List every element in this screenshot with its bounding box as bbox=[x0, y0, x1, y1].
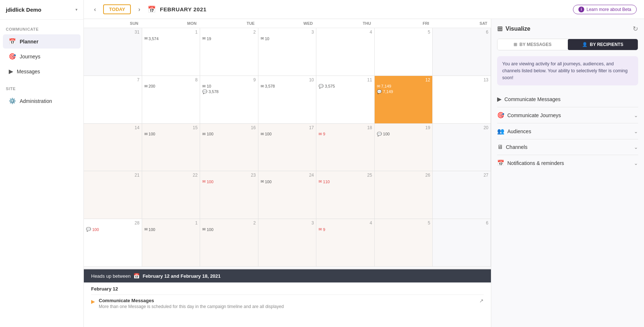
event-icon: ✉ bbox=[261, 84, 264, 89]
section-row[interactable]: 🖥 Channels ⌄ bbox=[497, 144, 638, 150]
cal-cell-2-6[interactable]: 20 bbox=[433, 124, 491, 171]
calendar-weeks: 311✉3,5742✉193✉1045678✉2009✉10💬3,57810✉3… bbox=[84, 28, 491, 267]
cal-cell-0-0[interactable]: 31 bbox=[84, 28, 142, 76]
cell-number: 14 bbox=[86, 125, 140, 130]
cal-cell-1-1[interactable]: 8✉200 bbox=[142, 76, 200, 123]
cal-cell-4-3[interactable]: 3 bbox=[258, 219, 317, 266]
cal-cell-2-2[interactable]: 16✉100 bbox=[200, 124, 258, 171]
cal-event: ✉10 bbox=[261, 36, 314, 41]
day-name-sun: SUN bbox=[84, 19, 142, 28]
cal-cell-4-6[interactable]: 6 bbox=[433, 219, 491, 266]
event-icon: ✉ bbox=[202, 227, 206, 232]
cal-cell-1-0[interactable]: 7 bbox=[84, 76, 142, 123]
cal-event: ✉100 bbox=[202, 179, 256, 184]
right-panel-section-communicate-journeys[interactable]: 🎯 Communicate Journeys ⌄ bbox=[497, 107, 638, 123]
cal-event: ✉10 bbox=[202, 84, 256, 89]
messages-toggle-icon: ⊞ bbox=[514, 42, 517, 47]
sidebar-item-administration[interactable]: ⚙️ Administration bbox=[3, 94, 81, 108]
sidebar-item-planner[interactable]: 📅 Planner bbox=[3, 34, 81, 49]
cal-cell-3-2[interactable]: 23✉100 bbox=[200, 171, 258, 219]
calendar-icon: 📅 bbox=[148, 5, 156, 14]
cell-number: 20 bbox=[435, 125, 488, 130]
cal-cell-3-3[interactable]: 24✉100 bbox=[258, 171, 317, 219]
beta-badge-button[interactable]: i Learn more about Beta bbox=[573, 5, 637, 14]
cell-number: 5 bbox=[377, 220, 430, 226]
sidebar-section-label: SITE bbox=[0, 79, 83, 93]
section-row[interactable]: 📅 Notifications & reminders ⌄ bbox=[497, 159, 638, 166]
cal-event: ✉3,574 bbox=[144, 36, 198, 41]
audiences-icon: 👥 bbox=[497, 128, 504, 135]
channels-icon: 🖥 bbox=[497, 144, 503, 150]
cal-cell-1-3[interactable]: 10✉3,578 bbox=[258, 76, 317, 123]
cal-cell-3-5[interactable]: 26 bbox=[375, 171, 433, 219]
cal-cell-4-2[interactable]: 2✉100 bbox=[200, 219, 258, 266]
right-panel-sections: ▶ Communicate Messages 🎯 Communicate Jou… bbox=[497, 91, 638, 171]
event-icon: ✉ bbox=[144, 132, 148, 136]
cal-cell-0-2[interactable]: 2✉19 bbox=[200, 28, 258, 76]
cell-number: 3 bbox=[261, 30, 314, 35]
cal-cell-0-5[interactable]: 5 bbox=[375, 28, 433, 76]
right-panel-section-communicate-messages[interactable]: ▶ Communicate Messages bbox=[497, 91, 638, 107]
cal-event: ✉100 bbox=[202, 227, 256, 232]
right-panel-section-channels[interactable]: 🖥 Channels ⌄ bbox=[497, 139, 638, 155]
chevron-down-icon: ⌄ bbox=[634, 112, 638, 118]
cal-cell-1-4[interactable]: 11💬3,575 bbox=[316, 76, 375, 123]
cal-cell-3-1[interactable]: 22 bbox=[142, 171, 200, 219]
cal-cell-4-0[interactable]: 28💬100 bbox=[84, 219, 142, 266]
section-row[interactable]: ▶ Communicate Messages bbox=[497, 96, 638, 103]
section-row[interactable]: 🎯 Communicate Journeys ⌄ bbox=[497, 112, 638, 119]
cal-cell-2-3[interactable]: 17✉100 bbox=[258, 124, 317, 171]
sidebar-sections: COMMUNICATE 📅 Planner 🎯 Journeys ▶ Messa… bbox=[0, 20, 83, 109]
cal-cell-1-6[interactable]: 13 bbox=[433, 76, 491, 123]
next-month-button[interactable]: › bbox=[135, 5, 143, 14]
cal-event: ✉9 bbox=[319, 227, 372, 232]
event-icon: 💬 bbox=[319, 84, 324, 89]
sidebar-item-messages[interactable]: ▶ Messages bbox=[3, 64, 81, 78]
by-recipients-button[interactable]: 👤 BY RECIPIENTS bbox=[568, 39, 638, 50]
cal-cell-3-4[interactable]: 25✉110 bbox=[316, 171, 375, 219]
calendar-grid: SUNMONTUEWEDTHUFRISAT 311✉3,5742✉193✉104… bbox=[84, 19, 491, 269]
heads-up-bar: Heads up between 📅 February 12 and Febru… bbox=[84, 269, 491, 282]
cal-cell-4-1[interactable]: 1✉100 bbox=[142, 219, 200, 266]
cal-cell-1-2[interactable]: 9✉10💬3,578 bbox=[200, 76, 258, 123]
cal-cell-4-4[interactable]: 4✉9 bbox=[316, 219, 375, 266]
cal-cell-0-4[interactable]: 4 bbox=[316, 28, 375, 76]
right-panel-section-notifications[interactable]: 📅 Notifications & reminders ⌄ bbox=[497, 155, 638, 171]
cal-cell-0-6[interactable]: 6 bbox=[433, 28, 491, 76]
sidebar-item-journeys[interactable]: 🎯 Journeys bbox=[3, 49, 81, 64]
content-area: SUNMONTUEWEDTHUFRISAT 311✉3,5742✉193✉104… bbox=[84, 19, 644, 327]
cell-number: 13 bbox=[435, 77, 488, 82]
cal-cell-2-1[interactable]: 15✉100 bbox=[142, 124, 200, 171]
cal-cell-3-6[interactable]: 27 bbox=[433, 171, 491, 219]
cal-cell-2-4[interactable]: 18✉9 bbox=[316, 124, 375, 171]
section-label: Communicate Journeys bbox=[507, 112, 631, 118]
cal-cell-2-5[interactable]: 19💬100 bbox=[375, 124, 433, 171]
today-button[interactable]: TODAY bbox=[103, 4, 131, 14]
by-messages-button[interactable]: ⊞ BY MESSAGES bbox=[497, 39, 568, 50]
external-link-icon[interactable]: ↗ bbox=[479, 298, 484, 304]
prev-month-button[interactable]: ‹ bbox=[91, 5, 99, 14]
sidebar-brand[interactable]: jdidlick Demo ▾ bbox=[0, 0, 83, 20]
cal-cell-0-3[interactable]: 3✉10 bbox=[258, 28, 317, 76]
event-icon: ✉ bbox=[261, 179, 264, 184]
cal-cell-2-0[interactable]: 14 bbox=[84, 124, 142, 171]
cal-event: ✉3,578 bbox=[261, 84, 314, 89]
heads-up-item: ▶ Communicate Messages More than one Mes… bbox=[91, 295, 484, 312]
refresh-button[interactable]: ↻ bbox=[633, 25, 638, 33]
cell-number: 18 bbox=[319, 125, 372, 130]
cell-number: 16 bbox=[202, 125, 256, 130]
cal-cell-3-0[interactable]: 21 bbox=[84, 171, 142, 219]
cal-cell-1-5[interactable]: 12✉7,149💬7,149 bbox=[375, 76, 433, 123]
cal-cell-4-5[interactable]: 5 bbox=[375, 219, 433, 266]
section-row[interactable]: 👥 Audiences ⌄ bbox=[497, 128, 638, 135]
cal-event: 💬100 bbox=[377, 132, 430, 136]
event-icon: ✉ bbox=[202, 36, 206, 41]
cal-cell-0-1[interactable]: 1✉3,574 bbox=[142, 28, 200, 76]
notifications-icon: 📅 bbox=[497, 159, 504, 166]
recipients-toggle-icon: 👤 bbox=[582, 42, 588, 47]
heads-up-item-desc: More than one Message is scheduled for t… bbox=[99, 304, 476, 309]
right-panel-section-audiences[interactable]: 👥 Audiences ⌄ bbox=[497, 123, 638, 139]
chat-icon: 💬 bbox=[86, 227, 91, 232]
calendar-days-header: SUNMONTUEWEDTHUFRISAT bbox=[84, 19, 491, 28]
event-icon: ✉ bbox=[202, 179, 206, 184]
